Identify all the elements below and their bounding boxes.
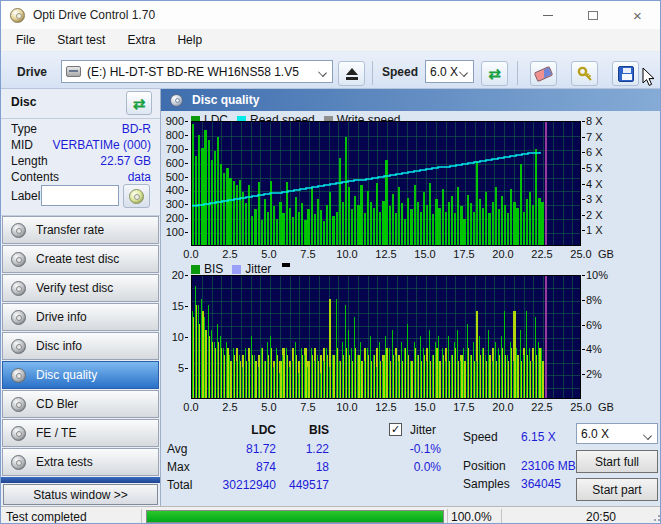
bis-bar — [454, 342, 455, 398]
bis-bar — [414, 342, 415, 398]
sidebar-item-cd-bler[interactable]: CD Bler — [2, 390, 159, 418]
bis-bar — [541, 348, 542, 398]
bis-bar — [211, 330, 212, 398]
bis-bar — [258, 367, 259, 398]
y-tick-label: 300 — [166, 198, 184, 210]
resize-grip[interactable] — [654, 519, 656, 521]
bis-bar — [236, 361, 237, 398]
eject-button[interactable] — [338, 61, 365, 86]
bis-bar — [476, 361, 477, 398]
speed-result-value: 6.15 X — [521, 430, 573, 444]
close-button[interactable]: × — [615, 1, 660, 29]
tick-mark — [582, 168, 585, 169]
bis-bar — [317, 355, 318, 398]
sidebar-item-disc-quality[interactable]: Disc quality — [2, 361, 159, 389]
menu-item-start-test[interactable]: Start test — [46, 30, 116, 50]
x-tick-label: 7.5 — [290, 248, 326, 260]
legend-swatch — [232, 265, 241, 274]
sidebar-item-disc-info[interactable]: Disc info — [2, 332, 159, 360]
status-text: Test completed — [6, 510, 87, 524]
disc-icon — [11, 281, 26, 296]
tick-mark — [185, 163, 188, 164]
sidebar-item-transfer-rate[interactable]: Transfer rate — [2, 216, 159, 244]
bis-bar — [273, 367, 274, 398]
status-window-button[interactable]: Status window >> — [3, 484, 158, 505]
eject-icon — [346, 68, 358, 80]
chart2-legend: BISJitter — [191, 262, 290, 276]
jitter-max-value: 0.0% — [371, 460, 441, 474]
bis-bar — [214, 342, 215, 398]
bis-bar — [195, 286, 196, 398]
y-tick-label: 5 — [178, 362, 184, 374]
sidebar-item-fe-te[interactable]: FE / TE — [2, 419, 159, 447]
disc-panel-title: Disc — [11, 95, 36, 109]
legend-mark — [282, 263, 290, 267]
sidebar-item-verify-test-disc[interactable]: Verify test disc — [2, 274, 159, 302]
chart2-left-axis: 2015105 — [161, 275, 188, 399]
y-tick-label: 800 — [166, 129, 184, 141]
tick-mark — [185, 135, 188, 136]
speed-select[interactable]: 6.0 X — [425, 60, 474, 83]
sidebar-item-extra-tests[interactable]: Extra tests — [2, 448, 159, 476]
tick-mark — [185, 368, 188, 369]
grid-line — [572, 276, 573, 398]
bis-bar — [467, 324, 468, 398]
bis-bar — [420, 336, 421, 398]
bis-bar — [389, 348, 390, 398]
statusbar-separator — [141, 509, 142, 524]
start-part-button[interactable]: Start part — [576, 478, 658, 501]
jitter-checkbox[interactable]: ✓ — [389, 423, 402, 436]
window-controls: × — [525, 1, 660, 29]
tick-mark — [185, 275, 188, 276]
tick-mark — [185, 190, 188, 191]
disc-refresh-button[interactable]: ⇄ — [126, 91, 152, 115]
chart2-x-axis: 0.02.55.07.510.012.515.017.520.022.525.0… — [161, 401, 661, 415]
bis-bar — [242, 367, 243, 398]
chart1-plot[interactable] — [191, 121, 581, 246]
result-speed-select-value: 6.0 X — [581, 427, 609, 441]
result-speed-select[interactable]: 6.0 X — [576, 423, 658, 444]
menu-item-file[interactable]: File — [5, 30, 46, 50]
menu-item-extra[interactable]: Extra — [116, 30, 166, 50]
maximize-button[interactable] — [570, 1, 615, 29]
grid-line — [192, 326, 580, 327]
sidebar-item-label: Drive info — [36, 310, 87, 324]
x-tick-label: 17.5 — [446, 401, 482, 413]
x-tick-label: 25.0 — [563, 248, 599, 260]
minimize-button[interactable] — [525, 1, 570, 29]
x-tick-label: 15.0 — [407, 401, 443, 413]
grid-line — [192, 288, 580, 289]
label-input[interactable] — [41, 185, 119, 206]
sidebar-item-drive-info[interactable]: Drive info — [2, 303, 159, 331]
disc-icon — [11, 455, 26, 470]
panel-title: Disc quality — [192, 93, 259, 107]
drive-select[interactable]: (E:) HL-DT-ST BD-RE WH16NS58 1.V5 — [61, 60, 333, 83]
chevron-down-icon — [318, 68, 327, 77]
tick-mark — [185, 337, 188, 338]
sidebar-item-create-test-disc[interactable]: Create test disc — [2, 245, 159, 273]
sidebar-accent-strip — [1, 477, 160, 483]
chart2-plot[interactable] — [191, 275, 581, 399]
x-tick-label: 15.0 — [407, 248, 443, 260]
tick-mark — [582, 230, 585, 231]
bis-bar — [404, 348, 405, 398]
bis-bar — [304, 355, 305, 398]
bis-bar — [492, 361, 493, 398]
erase-disc-button[interactable] — [530, 61, 557, 86]
refresh-button[interactable]: ⇄ — [481, 61, 508, 86]
progress-bar — [146, 510, 444, 523]
y-tick-label: 8 X — [586, 115, 603, 127]
bis-bar — [516, 348, 517, 398]
legend-item-bis: BIS — [191, 262, 223, 276]
menu-item-help[interactable]: Help — [166, 30, 213, 50]
start-full-button[interactable]: Start full — [576, 450, 658, 473]
x-tick-label: 12.5 — [368, 248, 404, 260]
disc-label-button[interactable] — [123, 184, 150, 208]
bis-bar — [382, 361, 383, 398]
bis-bar — [357, 355, 358, 398]
save-button[interactable] — [612, 61, 639, 86]
bis-bar — [311, 348, 312, 398]
bis-bar — [513, 361, 514, 398]
bis-bar — [460, 361, 461, 398]
options-button[interactable] — [571, 61, 598, 86]
